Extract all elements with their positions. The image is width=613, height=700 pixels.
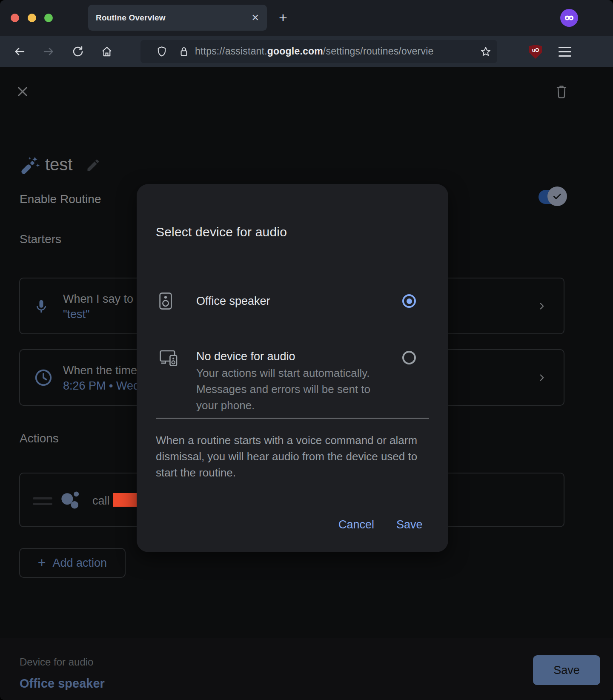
forward-button[interactable] xyxy=(37,40,60,63)
dialog-note: When a routine starts with a voice comma… xyxy=(156,432,435,481)
window-close-button[interactable] xyxy=(11,14,19,22)
option-description: Your actions will start automatically. M… xyxy=(196,365,389,413)
home-button[interactable] xyxy=(95,40,119,63)
radio-unselected-icon[interactable] xyxy=(402,351,416,364)
ublock-extension-button[interactable]: uO xyxy=(529,45,542,59)
select-device-dialog: Select device for audio Office speaker N… xyxy=(137,184,448,552)
window-zoom-button[interactable] xyxy=(44,14,53,22)
browser-window: test Enable Routine Starters When I say … xyxy=(0,0,613,700)
radio-selected-icon[interactable] xyxy=(402,294,416,308)
reload-icon xyxy=(72,45,84,58)
redacted-region xyxy=(113,493,137,507)
option-label: Office speaker xyxy=(196,295,270,308)
menu-button[interactable] xyxy=(559,47,571,60)
dialog-title: Select device for audio xyxy=(156,225,287,239)
back-button[interactable] xyxy=(8,40,32,63)
reload-button[interactable] xyxy=(66,40,90,63)
navigation-bar: https://assistant.google.com/settings/ro… xyxy=(0,36,613,67)
dialog-divider xyxy=(156,418,429,419)
padlock-icon[interactable] xyxy=(172,40,196,63)
tab-title: Routine Overview xyxy=(96,13,166,23)
url-bar[interactable]: https://assistant.google.com/settings/ro… xyxy=(140,40,497,63)
tracking-protection-shield-icon[interactable] xyxy=(150,40,174,63)
home-icon xyxy=(100,45,113,58)
back-icon xyxy=(13,45,26,58)
new-tab-button[interactable]: + xyxy=(279,10,287,25)
cancel-button[interactable]: Cancel xyxy=(336,518,377,532)
private-browsing-badge xyxy=(560,9,578,27)
tab-close-icon[interactable]: ✕ xyxy=(252,13,259,23)
url-path: /settings/routines/overvie xyxy=(323,46,434,57)
tab-routine-overview[interactable]: Routine Overview ✕ xyxy=(88,5,267,31)
window-minimize-button[interactable] xyxy=(28,14,36,22)
url-prefix: https://assistant. xyxy=(195,46,267,57)
mask-icon xyxy=(563,12,575,24)
url-text: https://assistant.google.com/settings/ro… xyxy=(195,46,433,57)
bookmark-star-button[interactable] xyxy=(474,40,498,63)
star-icon xyxy=(480,46,492,57)
dialog-save-button[interactable]: Save xyxy=(394,518,425,532)
no-device-icon xyxy=(159,349,179,368)
url-domain: google.com xyxy=(267,46,323,57)
option-office-speaker[interactable]: Office speaker xyxy=(137,282,448,321)
speaker-icon xyxy=(159,291,172,311)
ublock-label: uO xyxy=(532,47,539,59)
option-label: No device for audio xyxy=(196,350,295,363)
url-fade xyxy=(438,41,472,62)
forward-icon xyxy=(42,45,55,58)
tab-strip: Routine Overview ✕ + xyxy=(0,0,613,36)
